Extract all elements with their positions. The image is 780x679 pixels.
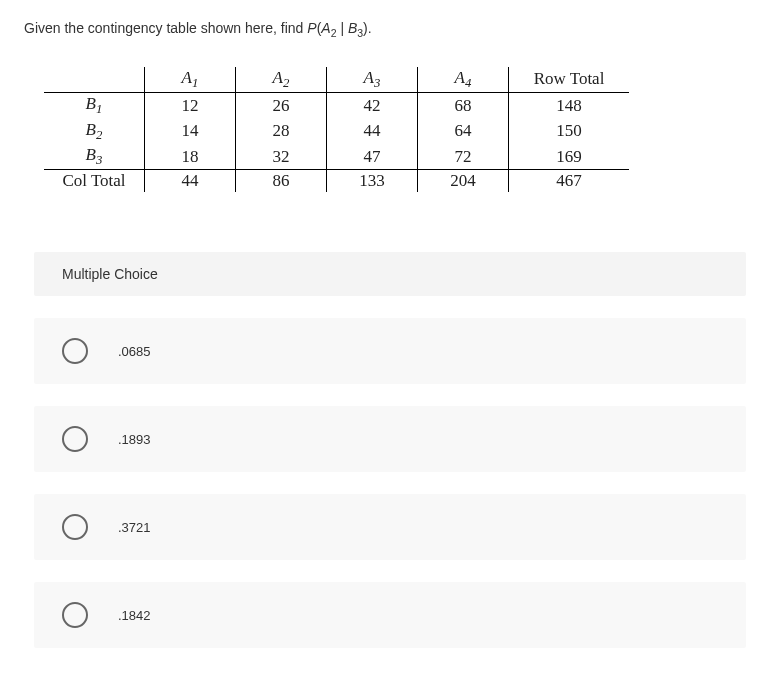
cell: 14: [145, 119, 236, 144]
multiple-choice-heading: Multiple Choice: [34, 252, 746, 296]
cell: 148: [509, 93, 630, 119]
option-label: .1893: [118, 432, 151, 447]
option-label: .3721: [118, 520, 151, 535]
header-a4: A4: [418, 67, 509, 93]
expr-A: A: [321, 20, 330, 36]
table-row: B2 14 28 44 64 150: [44, 119, 629, 144]
cell: 133: [327, 170, 418, 193]
expr-given: |: [337, 20, 348, 36]
radio-icon[interactable]: [62, 338, 88, 364]
row-label: B1: [44, 93, 145, 119]
table-row: B3 18 32 47 72 169: [44, 144, 629, 170]
cell: 467: [509, 170, 630, 193]
table-row-coltotal: Col Total 44 86 133 204 467: [44, 170, 629, 193]
cell: 47: [327, 144, 418, 170]
contingency-table-wrap: A1 A2 A3 A4 Row Total B1 12 26 42 68 148…: [44, 67, 756, 193]
cell: 150: [509, 119, 630, 144]
cell: 44: [145, 170, 236, 193]
expr-P: P: [307, 20, 316, 36]
row-label: B3: [44, 144, 145, 170]
cell: 72: [418, 144, 509, 170]
option-label: .0685: [118, 344, 151, 359]
table-header-row: A1 A2 A3 A4 Row Total: [44, 67, 629, 93]
cell: 18: [145, 144, 236, 170]
table-row: B1 12 26 42 68 148: [44, 93, 629, 119]
radio-icon[interactable]: [62, 514, 88, 540]
cell: 204: [418, 170, 509, 193]
cell: 42: [327, 93, 418, 119]
option-row[interactable]: .1842: [34, 582, 746, 648]
header-a1: A1: [145, 67, 236, 93]
cell: 32: [236, 144, 327, 170]
cell: 28: [236, 119, 327, 144]
option-label: .1842: [118, 608, 151, 623]
header-a3: A3: [327, 67, 418, 93]
option-row[interactable]: .3721: [34, 494, 746, 560]
expr-B: B: [348, 20, 357, 36]
header-blank: [44, 67, 145, 93]
radio-icon[interactable]: [62, 602, 88, 628]
cell: 64: [418, 119, 509, 144]
row-label: B2: [44, 119, 145, 144]
question-prompt: Given the contingency table shown here, …: [24, 20, 756, 39]
question-prefix: Given the contingency table shown here, …: [24, 20, 307, 36]
cell: 44: [327, 119, 418, 144]
option-row[interactable]: .0685: [34, 318, 746, 384]
cell: 86: [236, 170, 327, 193]
header-a2: A2: [236, 67, 327, 93]
cell: 26: [236, 93, 327, 119]
cell: 169: [509, 144, 630, 170]
radio-icon[interactable]: [62, 426, 88, 452]
option-row[interactable]: .1893: [34, 406, 746, 472]
cell: 12: [145, 93, 236, 119]
expr-close: ).: [363, 20, 372, 36]
header-row-total: Row Total: [509, 67, 630, 93]
contingency-table: A1 A2 A3 A4 Row Total B1 12 26 42 68 148…: [44, 67, 629, 193]
cell: 68: [418, 93, 509, 119]
col-total-label: Col Total: [44, 170, 145, 193]
